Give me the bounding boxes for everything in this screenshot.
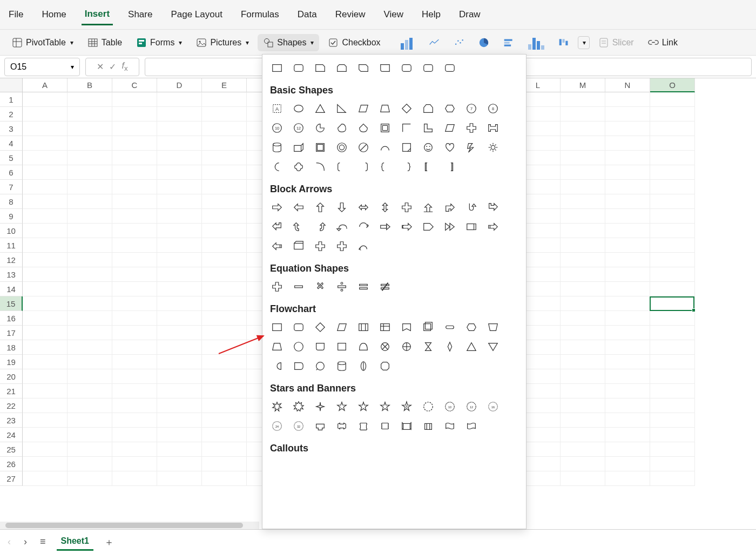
row-header-16[interactable]: 16 <box>0 311 23 326</box>
shape-arrow-16[interactable] <box>378 220 392 234</box>
cell[interactable] <box>23 369 68 384</box>
cell[interactable] <box>157 384 202 398</box>
cell[interactable] <box>202 369 247 384</box>
cell[interactable] <box>157 296 202 311</box>
cell[interactable] <box>23 296 68 311</box>
tab-next[interactable]: › <box>22 534 29 550</box>
cell[interactable] <box>23 355 68 369</box>
shape-star-14[interactable] <box>335 419 349 433</box>
shape-arrow-26[interactable] <box>356 239 370 253</box>
cell[interactable] <box>68 413 112 428</box>
cell[interactable] <box>202 238 247 253</box>
cell[interactable] <box>605 165 650 180</box>
cell[interactable] <box>23 92 68 107</box>
cell[interactable] <box>561 428 605 442</box>
cell[interactable] <box>605 471 650 486</box>
cell[interactable] <box>68 180 112 194</box>
cell[interactable] <box>202 282 247 296</box>
checkbox-button[interactable]: Checkbox <box>322 34 386 51</box>
shape-basic-13[interactable] <box>313 121 327 135</box>
cell[interactable] <box>23 238 68 253</box>
cell[interactable] <box>650 267 695 282</box>
cell[interactable] <box>157 442 202 457</box>
cell[interactable] <box>68 194 112 209</box>
cell[interactable] <box>605 224 650 238</box>
shape-flow-12[interactable] <box>292 340 306 354</box>
cell[interactable] <box>157 369 202 384</box>
cell[interactable] <box>68 121 112 136</box>
shape-arrow-17[interactable] <box>400 220 414 234</box>
col-header-M[interactable]: M <box>561 78 605 92</box>
row-header-21[interactable]: 21 <box>0 384 23 398</box>
cell[interactable] <box>23 471 68 486</box>
cell[interactable] <box>68 384 112 398</box>
shape-basic-2[interactable] <box>313 102 327 116</box>
cell[interactable] <box>157 165 202 180</box>
cell[interactable] <box>157 355 202 369</box>
cell[interactable] <box>561 282 605 296</box>
cell[interactable] <box>561 180 605 194</box>
cell[interactable] <box>157 121 202 136</box>
cell[interactable] <box>68 224 112 238</box>
cell[interactable] <box>561 92 605 107</box>
row-header-9[interactable]: 9 <box>0 209 23 224</box>
cell[interactable] <box>561 209 605 224</box>
cell[interactable] <box>561 253 605 267</box>
row-header-1[interactable]: 1 <box>0 92 23 107</box>
row-header-15[interactable]: 15 <box>0 296 23 311</box>
shape-flow-21[interactable] <box>486 340 500 354</box>
cell[interactable] <box>650 442 695 457</box>
cell[interactable] <box>157 471 202 486</box>
cell[interactable] <box>112 165 157 180</box>
shape-basic-36[interactable] <box>335 160 349 174</box>
shape-eq-1[interactable] <box>292 280 306 294</box>
cell[interactable] <box>23 398 68 413</box>
shape-basic-21[interactable] <box>486 121 500 135</box>
shape-star-19[interactable] <box>443 419 457 433</box>
cell[interactable] <box>157 413 202 428</box>
cell[interactable] <box>112 238 157 253</box>
shape-star-4[interactable] <box>356 400 370 414</box>
menu-data[interactable]: Data <box>294 5 320 24</box>
cell[interactable] <box>112 398 157 413</box>
shape-star-1[interactable] <box>292 400 306 414</box>
cell[interactable] <box>202 180 247 194</box>
cell[interactable] <box>650 355 695 369</box>
shape-arrow-1[interactable] <box>292 200 306 214</box>
cell[interactable] <box>561 369 605 384</box>
shape-basic-41[interactable] <box>443 160 457 174</box>
shape-rect-6[interactable] <box>400 61 414 75</box>
shape-star-17[interactable] <box>400 419 414 433</box>
cell[interactable] <box>202 107 247 121</box>
shape-rect-8[interactable] <box>443 61 457 75</box>
cell[interactable] <box>202 92 247 107</box>
row-header-22[interactable]: 22 <box>0 398 23 413</box>
cell[interactable] <box>561 340 605 355</box>
shape-basic-18[interactable] <box>421 121 435 135</box>
shape-arrow-12[interactable] <box>292 220 306 234</box>
cell[interactable] <box>605 398 650 413</box>
shape-eq-3[interactable] <box>335 280 349 294</box>
shape-basic-30[interactable] <box>443 140 457 154</box>
row-header-11[interactable]: 11 <box>0 238 23 253</box>
shape-basic-29[interactable] <box>421 140 435 154</box>
cell[interactable] <box>112 224 157 238</box>
shape-eq-0[interactable] <box>270 280 284 294</box>
row-header-23[interactable]: 23 <box>0 413 23 428</box>
chart-pie-button[interactable] <box>473 34 495 51</box>
cell[interactable] <box>202 340 247 355</box>
cell[interactable] <box>112 326 157 340</box>
shape-arrow-6[interactable] <box>400 200 414 214</box>
shape-flow-9[interactable] <box>464 320 478 334</box>
cell[interactable] <box>157 107 202 121</box>
cell[interactable] <box>561 238 605 253</box>
cell[interactable] <box>650 224 695 238</box>
name-box[interactable]: O15 ▾ <box>4 58 80 76</box>
shape-star-10[interactable]: 16 <box>486 400 500 414</box>
cell[interactable] <box>202 413 247 428</box>
cell[interactable] <box>157 457 202 471</box>
cell[interactable] <box>23 194 68 209</box>
shape-flow-19[interactable] <box>443 340 457 354</box>
cell[interactable] <box>202 194 247 209</box>
cell[interactable] <box>650 107 695 121</box>
